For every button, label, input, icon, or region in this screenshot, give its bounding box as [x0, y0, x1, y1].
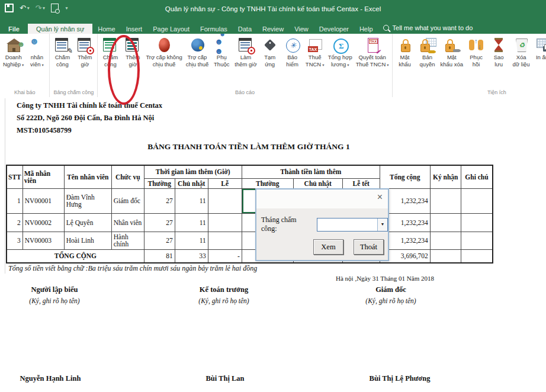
- chevron-down-icon: ▾: [347, 63, 349, 67]
- total-gio-cn: 33: [175, 249, 208, 263]
- recycle-icon: [512, 37, 531, 54]
- col-ghi-chu: Ghi chú: [461, 165, 493, 188]
- bao-hiem-button[interactable]: Bảohiểm: [281, 36, 304, 68]
- cell-ghi[interactable]: [461, 188, 493, 213]
- cell-ma[interactable]: NV00001: [23, 188, 64, 213]
- thoat-button[interactable]: Thoát: [354, 239, 384, 255]
- tong-hop-luong-button[interactable]: Tổng hợplương▾: [326, 36, 354, 68]
- ribbon-button-label: Trợ cấp khôngchịu thuế: [146, 54, 182, 68]
- col-ten-nhan-vien: Tên nhân viên: [64, 165, 111, 188]
- cell-gio-thuong[interactable]: 27: [144, 232, 175, 249]
- signature-block-ke-toan-truong: Kế toán trưởng (Ký, ghi rõ họ tên): [176, 285, 271, 304]
- cell-gio-le[interactable]: [208, 232, 242, 249]
- month-combobox[interactable]: ▼: [317, 218, 388, 232]
- total-ky: [430, 249, 461, 263]
- mat-khau-button[interactable]: Mậtkhẩu: [394, 36, 416, 68]
- phu-thuoc-button[interactable]: PhụThuộc: [210, 36, 233, 68]
- ribbon-group: ChấmcôngThêmgiờBảng chấm công: [50, 34, 98, 97]
- cell-gio-cn[interactable]: 11: [175, 213, 208, 232]
- table-row[interactable]: 3 NV00003 Hoài Linh Hành chính 27 11 1,2…: [7, 232, 493, 249]
- xoa-du-lieu-button[interactable]: Xóadữ liệu: [510, 36, 532, 68]
- table-header-row-1: STT Mã nhân viên Tên nhân viên Chức vụ T…: [7, 165, 493, 178]
- ribbon-button-label: Xóadữ liệu: [513, 54, 530, 68]
- table-row[interactable]: 1 NV00001 Đàm Vĩnh Hưng Giám đốc 27 11 1…: [7, 188, 493, 213]
- tam-ung-button[interactable]: Tạmứng: [259, 36, 281, 68]
- ribbon-button-label: Mậtkhẩu: [399, 54, 411, 68]
- mat-khau-xoa-button[interactable]: Mậtkhẩu xóa: [439, 36, 465, 68]
- cell-gio-cn[interactable]: 11: [175, 188, 208, 213]
- signature-title: Kế toán trưởng: [176, 285, 271, 294]
- tax-red-icon: [306, 37, 325, 54]
- cell-ma[interactable]: NV00003: [23, 232, 64, 249]
- chevron-down-icon[interactable]: ▼: [377, 219, 387, 231]
- cell-chuc[interactable]: Nhân viên: [111, 213, 144, 232]
- chevron-down-icon: ▾: [41, 63, 43, 67]
- ribbon-button-label: ThuếTNCN▾: [306, 54, 325, 68]
- them-gio-button[interactable]: Thêmgiờ: [73, 36, 96, 68]
- them-gio-bao-cao-button[interactable]: Thêmgiờ: [121, 36, 144, 68]
- ribbon-button-label: Saolưu: [494, 54, 504, 68]
- worksheet[interactable]: Công ty TNHH Tài chính kế toán thuế Cent…: [0, 97, 546, 392]
- xem-button[interactable]: Xem: [313, 239, 343, 255]
- chevron-down-icon: ▾: [22, 63, 24, 67]
- ban-quyen-button[interactable]: Bảnquyền: [416, 36, 439, 68]
- ribbon-button-label: DoanhNghiệp▾: [3, 54, 24, 68]
- nhan-vien-button[interactable]: nhânviên▾: [25, 36, 48, 68]
- cham-cong-bao-cao-button[interactable]: Chấmcông: [99, 36, 121, 68]
- cell-ky[interactable]: [430, 213, 461, 232]
- cell-stt[interactable]: 2: [7, 213, 23, 232]
- ribbon-button-label: Trợ cấpchịu thuế: [186, 54, 209, 68]
- cell-gio-thuong[interactable]: 27: [144, 213, 175, 232]
- cell-ky[interactable]: [430, 232, 461, 249]
- tell-me-search[interactable]: Tell me what you want to do: [378, 23, 478, 34]
- signature-title: Giám đốc: [343, 285, 438, 294]
- chevron-down-icon: ▾: [322, 63, 324, 67]
- tro-cap-khong-chiu-thue-button[interactable]: Trợ cấp khôngchịu thuế: [144, 36, 184, 68]
- calendar-pencil-icon: [53, 37, 72, 54]
- cell-gio-cn[interactable]: 11: [175, 232, 208, 249]
- lam-them-gio-button[interactable]: Làmthêm giờ: [233, 36, 258, 68]
- printer-icon: [534, 37, 546, 54]
- cell-ten[interactable]: Lệ Quyên: [64, 213, 111, 232]
- close-icon[interactable]: ×: [377, 192, 383, 203]
- company-header: Công ty TNHH Tài chính kế toán thuế Cent…: [17, 99, 162, 137]
- calendar-clock-icon: [75, 37, 94, 54]
- company-address: Số 222D, Ngõ 260 Đội Cấn, Ba Đình Hà Nội: [17, 112, 162, 124]
- chevron-down-icon: ▾: [387, 63, 388, 67]
- cell-ky[interactable]: [430, 188, 461, 213]
- calendar-green-icon: [101, 37, 120, 54]
- cell-gio-thuong[interactable]: 27: [144, 188, 175, 213]
- in-an-button[interactable]: In ấn▾: [532, 36, 546, 62]
- total-gio-le: -: [208, 249, 242, 263]
- tro-cap-chiu-thue-button[interactable]: Trợ cấpchịu thuế: [184, 36, 211, 68]
- col-gio-chu-nhat: Chủ nhật: [175, 178, 208, 188]
- sao-luu-button[interactable]: Saolưu: [487, 36, 510, 68]
- cell-ghi[interactable]: [461, 232, 493, 249]
- ribbon: DoanhNghiệp▾nhânviên▾Khai báoChấmcôngThê…: [0, 34, 546, 98]
- thue-tncn-button[interactable]: ThuếTNCN▾: [304, 36, 326, 68]
- cell-chuc[interactable]: Hành chính: [111, 232, 144, 249]
- cell-ghi[interactable]: [461, 213, 493, 232]
- cell-gio-le[interactable]: [208, 188, 242, 213]
- cell-ten[interactable]: Hoài Linh: [64, 232, 111, 249]
- cell-stt[interactable]: 1: [7, 188, 23, 213]
- ribbon-button-label: Tổng hợplương▾: [328, 54, 352, 68]
- excel-window: ↶▾ ↷▾ ▾ Quản lý nhân sự - Công ty TNHH T…: [0, 0, 546, 392]
- date-line: Hà nội ,Ngày 31 Tháng 01 Năm 2018: [320, 275, 450, 282]
- table-row[interactable]: 2 NV00002 Lệ Quyên Nhân viên 27 11 1,232…: [7, 213, 493, 232]
- quyet-toan-thue-tncn-button[interactable]: Quyết toánThuế TNCN▾: [354, 36, 391, 68]
- lock-icon: [396, 37, 415, 54]
- ribbon-button-label: Phụchồi: [470, 54, 483, 68]
- ribbon-group: DoanhNghiệp▾nhânviên▾Khai báo: [0, 34, 50, 97]
- cell-stt[interactable]: 3: [7, 232, 23, 249]
- tax-doc-icon: [363, 37, 382, 54]
- family-icon: [212, 37, 231, 54]
- cham-cong-button[interactable]: Chấmcông: [51, 36, 73, 68]
- cell-ten[interactable]: Đàm Vĩnh Hưng: [64, 188, 111, 213]
- phuc-hoi-button[interactable]: Phụchồi: [465, 36, 487, 68]
- cell-chuc[interactable]: Giám đốc: [111, 188, 144, 213]
- restore-icon: [467, 37, 486, 54]
- cell-gio-le[interactable]: [208, 213, 242, 232]
- calendar-multi-icon: [123, 37, 142, 54]
- cell-ma[interactable]: NV00002: [23, 213, 64, 232]
